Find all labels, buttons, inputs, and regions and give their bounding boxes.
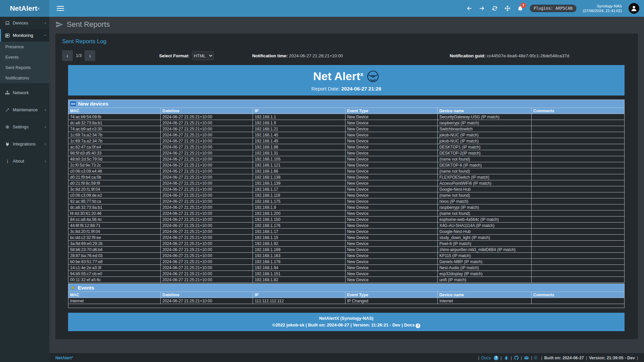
cell-comment (532, 265, 625, 271)
sidebar-item-network[interactable]: Network (0, 86, 49, 99)
column-header-row: MACDatetimeIPEvent TypeDevice nameCommen… (68, 108, 625, 114)
next-page-button[interactable]: › (85, 50, 95, 61)
chevron-left-icon: ‹ (45, 141, 46, 146)
footer-docs-link[interactable]: Docs (481, 356, 491, 360)
cell-comment (532, 271, 625, 277)
notification-guid: Notification guid: cc44507e-8ea6-48e7-90… (450, 53, 569, 58)
sidebar-item-sent-reports[interactable]: Sent Reports (0, 62, 49, 73)
cell-event: New Device (345, 186, 437, 192)
sidebar-item-about[interactable]: i About ‹ (0, 155, 49, 167)
column-header: Device name (437, 108, 531, 114)
sidebar-item-settings[interactable]: Settings ‹ (0, 121, 49, 133)
bug-report-icon[interactable] (504, 355, 509, 360)
prev-page-button[interactable]: ‹ (62, 50, 73, 61)
notifications-bell-icon[interactable]: 7 (517, 5, 523, 11)
table-row: 1c:69:7a:a2:34:7b2024-06-27 21:25:21+10:… (68, 138, 625, 144)
format-select[interactable]: HTML (192, 51, 214, 60)
cell-mac[interactable]: 1c:69:7a:a2:34:7b (68, 138, 161, 144)
cell-mac[interactable]: 74:ac:b9:54:09:fb (68, 114, 161, 120)
monitoring-chart-icon (5, 33, 10, 38)
report-date: Report Date: 2024-06-27 21:26 (68, 86, 625, 92)
cell-mac[interactable]: 1c:69:7a:a2:34:7b (68, 132, 161, 138)
cell-datetime: 2024-06-27 21:25:21+10:00 (161, 298, 253, 304)
cell-name: X4G-AU-SHA1114A (IP match) (437, 223, 531, 229)
footer-brand[interactable]: NetAlertx (55, 355, 73, 360)
cell-name: (name not found) (437, 210, 531, 217)
sidebar-item-monitoring[interactable]: Monitoring › (0, 29, 49, 42)
cell-name: Daniels-MBP (IP match) (437, 259, 531, 265)
question-icon[interactable]: ? (494, 356, 498, 360)
cell-mac[interactable]: 84:cc:a8:4a:56:4c (68, 217, 161, 223)
cell-event: New Device (345, 126, 437, 132)
wrench-icon (5, 108, 10, 112)
table-row: 3c:8d:20:f1:9f:042024-06-27 21:25:21+10:… (68, 229, 625, 235)
cell-mac[interactable]: 2c:f0:5d:9e:73:2c (68, 162, 161, 168)
cell-comment (532, 144, 625, 150)
cell-ip: 192.168.1.176 (253, 223, 345, 229)
cell-mac[interactable]: c0:06:c3:09:e4:46 (68, 168, 161, 174)
sidebar-item-devices[interactable]: Devices ‹ (0, 17, 49, 29)
cell-ip: 192.168.1.139 (253, 180, 345, 186)
sidebar-item-maintenance[interactable]: Maintenance ‹ (0, 104, 49, 116)
sidebar-toggle-icon[interactable] (57, 5, 64, 12)
cell-mac[interactable]: 94:b5:55:c7:cb:e0 (68, 271, 161, 277)
cell-event: New Device (345, 204, 437, 210)
copyright-icon[interactable]: © (534, 355, 539, 360)
sidebar-item-integrations[interactable]: Integrations ‹ (0, 138, 49, 150)
top-navbar: NetAlertx 7 Plugins: ARPSCAN Synology-NA (0, 0, 644, 17)
notification-time: Notification time: 2024-06-27 21:26:21+1… (252, 53, 343, 58)
host-timestamp: (27/06/2024, 21:41:02) (583, 8, 622, 13)
cell-mac[interactable]: d0:21:f9:b4:ca:0b (68, 174, 161, 180)
sidebar-item-notifications[interactable]: Notifications (0, 73, 49, 83)
cell-mac[interactable]: 3a:9d:69:e0:29:28 (68, 241, 161, 247)
cell-mac[interactable]: 48:b0:2d:5c:79:0d (68, 156, 161, 162)
cell-mac[interactable]: 92:ac:85:77:fd:ca (68, 198, 161, 204)
cell-mac[interactable]: 44:6f:f8:12:68:71 (68, 223, 161, 229)
app-logo[interactable]: NetAlertx (0, 0, 49, 17)
cell-mac[interactable]: 58:b6:23:70:d6:b4 (68, 247, 161, 253)
cell-mac[interactable]: dc:a6:32:73:8a:b1 (68, 204, 161, 210)
content-panel: Sent Reports Log ‹ 1/3 › Select Format: … (55, 34, 638, 339)
github-icon[interactable] (514, 355, 519, 360)
refresh-icon[interactable] (492, 5, 498, 11)
cell-mac[interactable]: 14:c1:4e:2e:a3:3f (68, 265, 161, 271)
sidebar: Devices ‹ Monitoring › Presence Events S… (0, 17, 49, 362)
forward-icon[interactable] (479, 5, 485, 11)
cell-comment (532, 210, 625, 217)
move-icon[interactable] (504, 5, 511, 11)
cell-mac[interactable]: 3c:8d:20:f1:9f:04 (68, 229, 161, 235)
user-avatar[interactable] (629, 3, 639, 14)
cell-mac[interactable]: f4:4d:30:61:20:46 (68, 210, 161, 217)
cell-datetime: 2024-06-27 21:25:21+10:00 (161, 235, 253, 241)
sidebar-item-presence[interactable]: Presence (0, 42, 49, 52)
cell-mac[interactable]: 3c:8d:20:f1:9f:04 (68, 186, 161, 192)
cell-mac[interactable]: ac:82:47:ca:0f:e4 (68, 144, 161, 150)
table-row: 48:b0:2d:5c:79:0d2024-06-27 21:25:21+10:… (68, 156, 625, 162)
sidebar-item-events[interactable]: Events (0, 52, 49, 62)
cell-name: esp32display (IP match) (437, 271, 531, 277)
question-icon: ? (416, 323, 420, 328)
cell-mac[interactable]: b0:be:83:51:77:e8 (68, 259, 161, 265)
cell-mac[interactable]: bc:dd:c2:32:f9:ee (68, 235, 161, 241)
cell-datetime: 2024-06-27 21:25:21+10:00 (161, 174, 253, 180)
plugins-status-badge[interactable]: Plugins: ARPSCAN (530, 5, 576, 12)
cell-event: New Device (345, 265, 437, 271)
cell-datetime: 2024-06-27 21:25:21+10:00 (161, 144, 253, 150)
sidebar-item-label: Network (13, 90, 29, 95)
empty-cell (68, 304, 625, 308)
cell-mac[interactable]: 98:5f:d3:d5:40:33 (68, 150, 161, 156)
column-header: Datetime (161, 108, 253, 114)
cell-mac[interactable]: d0:21:f9:8c:59:f9 (68, 180, 161, 186)
cell-mac[interactable]: dc:a6:32:73:8a:b1 (68, 120, 161, 126)
cell-datetime: 2024-06-27 21:25:21+10:00 (161, 192, 253, 198)
notification-time-value: 2024-06-27 21:26:21+10:00 (289, 53, 343, 58)
cell-mac[interactable]: c0:06:c3:09:de:e2 (68, 192, 161, 198)
cell-mac[interactable]: 00:11:32:ef:a5:6c (68, 277, 161, 283)
cell-mac[interactable]: 28:87:ba:76:ed:03 (68, 253, 161, 259)
mail-icon[interactable] (524, 355, 529, 360)
back-icon[interactable] (466, 5, 472, 11)
section-title: Events (78, 285, 94, 291)
cell-mac[interactable]: 74:ac:b9:ad:c3:30 (68, 126, 161, 132)
report-title: Net Alertx (313, 70, 380, 83)
chevron-left-icon: ‹ (45, 107, 46, 112)
